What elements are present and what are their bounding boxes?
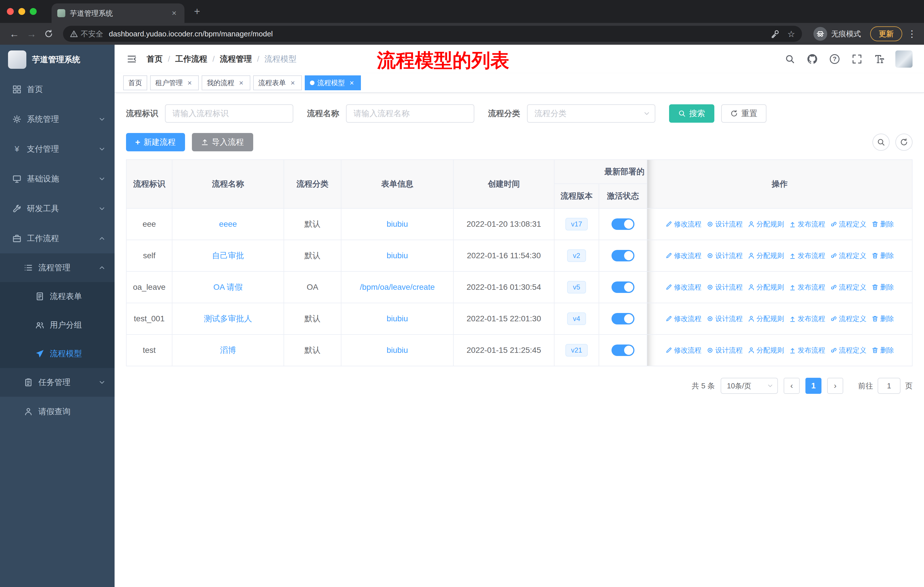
op-assign-rule[interactable]: 分配规则	[748, 251, 784, 260]
active-toggle[interactable]	[612, 218, 634, 230]
op-publish-process[interactable]: 发布流程	[789, 220, 825, 229]
op-edit-process[interactable]: 修改流程	[665, 220, 701, 229]
zoom-window-button[interactable]	[30, 8, 37, 15]
form-link[interactable]: biubiu	[387, 314, 408, 323]
process-name-link[interactable]: 测试多审批人	[204, 314, 252, 323]
tag-process-model[interactable]: 流程模型×	[305, 75, 361, 90]
refresh-table-button[interactable]	[895, 134, 912, 151]
op-process-definition[interactable]: 流程定义	[830, 283, 866, 292]
prev-page-button[interactable]: ‹	[784, 378, 800, 394]
op-process-definition[interactable]: 流程定义	[830, 220, 866, 229]
sidebar-item-process-management[interactable]: 流程管理	[0, 253, 115, 282]
import-process-button[interactable]: 导入流程	[192, 133, 253, 151]
process-id-input[interactable]	[165, 104, 293, 123]
category-select[interactable]	[527, 104, 655, 123]
password-key-icon[interactable]	[771, 30, 779, 38]
process-name-link[interactable]: OA 请假	[213, 283, 243, 291]
page-size-select[interactable]: 10条/页	[721, 378, 778, 394]
op-delete[interactable]: 删除	[871, 251, 894, 260]
search-submit-button[interactable]: 搜索	[669, 104, 714, 123]
op-design-process[interactable]: 设计流程	[706, 314, 743, 323]
active-toggle[interactable]	[612, 281, 634, 293]
op-assign-rule[interactable]: 分配规则	[748, 283, 784, 292]
browser-update-button[interactable]: 更新	[870, 26, 902, 41]
new-tab-button[interactable]: +	[189, 3, 205, 20]
process-name-link[interactable]: 自己审批	[212, 251, 244, 260]
op-edit-process[interactable]: 修改流程	[665, 251, 701, 260]
reload-button[interactable]	[40, 25, 57, 42]
sidebar-item-user-group[interactable]: 用户分组	[0, 311, 115, 339]
tag-close-icon[interactable]: ×	[348, 79, 356, 88]
op-process-definition[interactable]: 流程定义	[830, 314, 866, 323]
tag-close-icon[interactable]: ×	[289, 79, 297, 88]
sidebar-item-process-model[interactable]: 流程模型	[0, 339, 115, 368]
breadcrumb-item[interactable]: 流程管理	[220, 54, 252, 64]
close-window-button[interactable]	[7, 8, 14, 15]
op-assign-rule[interactable]: 分配规则	[748, 220, 784, 229]
process-name-input[interactable]	[346, 104, 474, 123]
op-design-process[interactable]: 设计流程	[706, 220, 743, 229]
breadcrumb-item[interactable]: 工作流程	[175, 54, 207, 64]
form-link[interactable]: biubiu	[387, 220, 408, 228]
sidebar-item-devtools[interactable]: 研发工具	[0, 194, 115, 223]
fullscreen-button[interactable]	[851, 53, 863, 65]
goto-page-input[interactable]	[878, 378, 901, 394]
op-delete[interactable]: 删除	[871, 283, 894, 292]
reset-button[interactable]: 重置	[721, 104, 766, 123]
security-chip[interactable]: 不安全	[70, 29, 103, 39]
tab-close-icon[interactable]: ×	[170, 8, 179, 18]
minimize-window-button[interactable]	[18, 8, 25, 15]
sidebar-item-payment[interactable]: ¥ 支付管理	[0, 134, 115, 164]
font-size-button[interactable]	[873, 53, 886, 65]
create-process-button[interactable]: + 新建流程	[126, 133, 185, 151]
form-link[interactable]: biubiu	[387, 251, 408, 260]
op-publish-process[interactable]: 发布流程	[789, 346, 825, 355]
form-link[interactable]: /bpm/oa/leave/create	[360, 283, 435, 291]
op-publish-process[interactable]: 发布流程	[789, 283, 825, 292]
user-avatar[interactable]	[895, 50, 912, 68]
process-name-link[interactable]: eeee	[219, 220, 237, 228]
forward-button[interactable]: →	[23, 25, 40, 42]
op-delete[interactable]: 删除	[871, 220, 894, 229]
sidebar-collapse-button[interactable]	[122, 50, 141, 68]
tag-tenant[interactable]: 租户管理×	[150, 75, 199, 90]
browser-menu-icon[interactable]: ⋮	[906, 28, 918, 39]
tag-close-icon[interactable]: ×	[237, 79, 245, 88]
active-toggle[interactable]	[612, 313, 634, 324]
help-button[interactable]: ?	[828, 53, 841, 65]
op-process-definition[interactable]: 流程定义	[830, 251, 866, 260]
tag-close-icon[interactable]: ×	[186, 79, 194, 88]
op-process-definition[interactable]: 流程定义	[830, 346, 866, 355]
op-design-process[interactable]: 设计流程	[706, 346, 743, 355]
bookmark-star-icon[interactable]: ☆	[787, 29, 795, 39]
sidebar-item-process-form[interactable]: 流程表单	[0, 282, 115, 311]
op-delete[interactable]: 删除	[871, 346, 894, 355]
op-publish-process[interactable]: 发布流程	[789, 314, 825, 323]
op-design-process[interactable]: 设计流程	[706, 251, 743, 260]
op-edit-process[interactable]: 修改流程	[665, 283, 701, 292]
active-toggle[interactable]	[612, 344, 634, 356]
page-number-current[interactable]: 1	[805, 378, 822, 394]
sidebar-item-home[interactable]: 首页	[0, 74, 115, 104]
tag-home[interactable]: 首页	[123, 75, 147, 90]
sidebar-item-leave-query[interactable]: 请假查询	[0, 397, 115, 427]
op-edit-process[interactable]: 修改流程	[665, 346, 701, 355]
sidebar-item-system[interactable]: 系统管理	[0, 104, 115, 134]
github-button[interactable]	[806, 53, 818, 65]
process-name-link[interactable]: 滔博	[220, 346, 236, 355]
form-link[interactable]: biubiu	[387, 346, 408, 355]
sidebar-item-infrastructure[interactable]: 基础设施	[0, 164, 115, 194]
op-design-process[interactable]: 设计流程	[706, 283, 743, 292]
sidebar-item-task-management[interactable]: 任务管理	[0, 368, 115, 397]
tag-process-form[interactable]: 流程表单×	[253, 75, 302, 90]
back-button[interactable]: ←	[6, 25, 23, 42]
breadcrumb-item[interactable]: 首页	[147, 54, 163, 64]
search-button[interactable]	[784, 53, 796, 65]
op-assign-rule[interactable]: 分配规则	[748, 346, 784, 355]
tag-my-process[interactable]: 我的流程×	[201, 75, 250, 90]
op-delete[interactable]: 删除	[871, 314, 894, 323]
address-bar[interactable]: 不安全 dashboard.yudao.iocoder.cn/bpm/manag…	[63, 26, 802, 42]
op-assign-rule[interactable]: 分配规则	[748, 314, 784, 323]
active-toggle[interactable]	[612, 250, 634, 261]
toggle-search-button[interactable]	[873, 134, 889, 151]
